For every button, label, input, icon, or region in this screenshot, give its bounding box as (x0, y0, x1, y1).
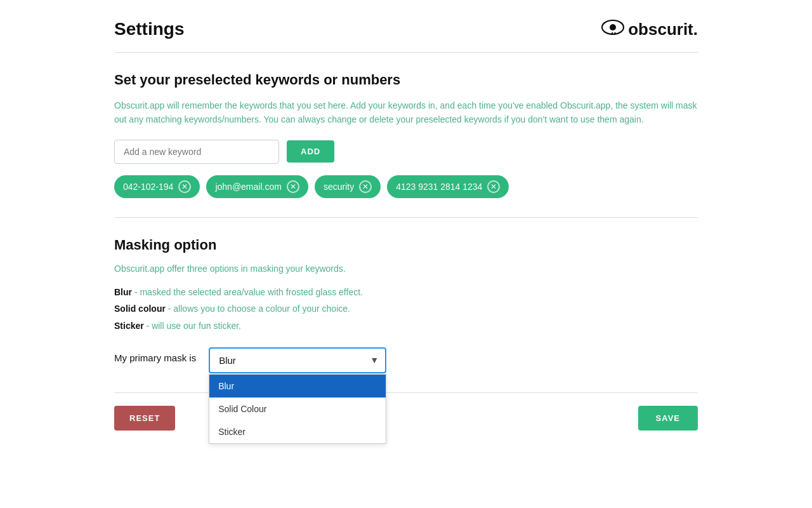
tag-3-remove-button[interactable]: ✕ (359, 180, 372, 193)
keyword-input-row: ADD (114, 140, 698, 164)
tag-4-remove-button[interactable]: ✕ (487, 180, 500, 193)
keyword-input[interactable] (114, 140, 279, 164)
sticker-desc: - will use our fun sticker. (147, 321, 241, 331)
dropdown-options-panel: Blur Solid Colour Sticker (209, 374, 386, 444)
page-title: Settings (114, 19, 184, 39)
tag-2-label: john@email.com (215, 182, 281, 192)
primary-mask-row: My primary mask is Blur Solid Colour Sti… (114, 347, 698, 373)
tags-row: 042-102-194 ✕ john@email.com ✕ security … (114, 175, 698, 198)
solid-colour-label: Solid colour (114, 304, 166, 314)
add-keyword-button[interactable]: ADD (287, 140, 334, 163)
dropdown-option-solid-colour[interactable]: Solid Colour (209, 398, 386, 420)
keywords-section-title: Set your preselected keywords or numbers (114, 72, 698, 88)
sticker-label: Sticker (114, 321, 144, 331)
solid-colour-desc: - allows you to choose a colour of your … (168, 304, 350, 314)
masking-section-description: Obscurit.app offer three options in mask… (114, 264, 698, 274)
tag-4: 4123 9231 2814 1234 ✕ (387, 175, 509, 198)
primary-mask-label: My primary mask is (114, 347, 196, 363)
logo-eye-icon (601, 20, 624, 39)
save-button[interactable]: SAVE (638, 406, 698, 431)
logo-text: obscurit. (628, 20, 698, 39)
solid-colour-option-text: Solid colour - allows you to choose a co… (114, 300, 698, 318)
dropdown-display[interactable]: Blur Solid Colour Sticker ▼ (209, 347, 386, 373)
tag-2: john@email.com ✕ (206, 175, 308, 198)
section-divider (114, 217, 698, 218)
dropdown-option-sticker[interactable]: Sticker (209, 420, 386, 443)
tag-3: security ✕ (315, 175, 381, 198)
blur-label: Blur (114, 287, 132, 297)
dropdown-wrapper: Blur Solid Colour Sticker ▼ Blur Solid C… (209, 347, 386, 373)
tag-2-remove-button[interactable]: ✕ (287, 180, 299, 193)
tag-1-label: 042-102-194 (123, 182, 173, 192)
logo: obscurit. (601, 20, 698, 39)
dropdown-option-blur[interactable]: Blur (209, 375, 386, 398)
tag-1-remove-button[interactable]: ✕ (178, 180, 191, 193)
masking-section: Masking option Obscurit.app offer three … (114, 237, 698, 373)
primary-mask-select[interactable]: Blur Solid Colour Sticker (209, 347, 386, 373)
tag-3-label: security (324, 182, 354, 192)
keywords-section: Set your preselected keywords or numbers… (114, 72, 698, 198)
blur-option-text: Blur - masked the selected area/value wi… (114, 284, 698, 301)
svg-point-1 (610, 24, 616, 30)
keywords-section-description: Obscurit.app will remember the keywords … (114, 98, 698, 127)
blur-desc: - masked the selected area/value with fr… (134, 287, 363, 297)
footer-buttons: RESET SAVE (114, 392, 698, 431)
tag-1: 042-102-194 ✕ (114, 175, 200, 198)
header: Settings obscurit. (114, 19, 698, 39)
tag-4-label: 4123 9231 2814 1234 (396, 182, 482, 192)
reset-button[interactable]: RESET (114, 406, 175, 431)
masking-options-text: Blur - masked the selected area/value wi… (114, 284, 698, 335)
masking-section-title: Masking option (114, 237, 698, 253)
page-wrapper: Settings obscurit. Set your preselected … (89, 0, 723, 450)
sticker-option-text: Sticker - will use our fun sticker. (114, 318, 698, 335)
header-divider (114, 52, 698, 53)
